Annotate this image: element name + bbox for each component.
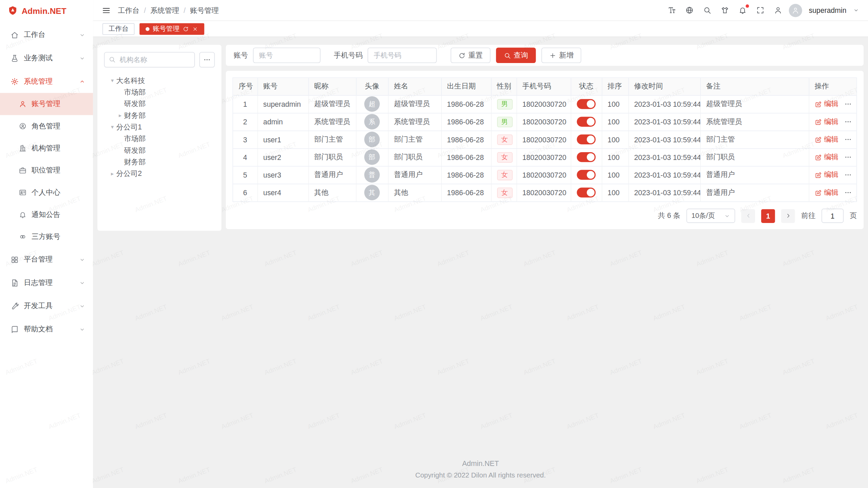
right-column: 账号 手机号码 重置 查询 新增 序号账号昵称头像姓名出生日期性别手机号码状态排… <box>226 45 864 229</box>
fullscreen-button[interactable] <box>756 6 764 14</box>
status-toggle[interactable] <box>577 152 596 162</box>
query-button[interactable]: 查询 <box>496 47 536 63</box>
username[interactable]: superadmin <box>809 6 846 14</box>
tree-caret-right[interactable]: ▸ <box>108 171 116 176</box>
add-button[interactable]: 新增 <box>541 47 581 63</box>
tab-active[interactable]: 账号管理 <box>139 23 204 35</box>
sidebar-subitem[interactable]: 角色管理 <box>0 115 93 137</box>
tree-node-label: 分公司1 <box>116 122 142 132</box>
column-header: 操作 <box>809 78 856 95</box>
tab[interactable]: 工作台 <box>102 23 135 35</box>
phone-filter-input[interactable] <box>368 47 437 63</box>
bell-button[interactable] <box>738 6 747 14</box>
breadcrumb-item[interactable]: 工作台 <box>118 5 140 15</box>
sidebar-subitem[interactable]: 职位管理 <box>0 159 93 181</box>
tree-node[interactable]: 市场部 <box>104 133 215 144</box>
tree-node[interactable]: 财务部 <box>104 156 215 167</box>
cell-remark: 超级管理员 <box>700 95 809 113</box>
cell-phone: 18020030720 <box>516 148 571 166</box>
more-actions-button[interactable] <box>844 189 852 197</box>
table-row[interactable]: 1superadmin超级管理员超超级管理员1986-06-28男1802003… <box>233 95 856 113</box>
status-toggle[interactable] <box>577 135 596 144</box>
edit-button[interactable]: 编辑 <box>814 188 838 198</box>
next-page-button[interactable] <box>781 209 795 223</box>
sidebar-item[interactable]: 开发工具 <box>0 294 93 318</box>
status-toggle[interactable] <box>577 99 596 109</box>
tree-node[interactable]: ▸财务部 <box>104 109 215 121</box>
org-search-input[interactable] <box>104 52 195 67</box>
sidebar-subitem[interactable]: 个人中心 <box>0 182 93 204</box>
sidebar-item[interactable]: 日志管理 <box>0 271 93 294</box>
sidebar-item[interactable]: 工作台 <box>0 23 93 47</box>
tree-node[interactable]: ▾大名科技 <box>104 75 215 86</box>
column-header: 排序 <box>602 78 628 95</box>
status-toggle[interactable] <box>577 117 596 126</box>
edit-button[interactable]: 编辑 <box>814 135 838 144</box>
dots-icon <box>844 118 852 126</box>
column-header: 性别 <box>491 78 516 95</box>
tree-node[interactable]: ▸分公司2 <box>104 168 215 179</box>
tree-node[interactable]: 市场部 <box>104 86 215 98</box>
user-menu-chevron[interactable] <box>853 7 859 13</box>
account-filter-input[interactable] <box>253 47 320 63</box>
add-label: 新增 <box>559 50 573 60</box>
reset-button[interactable]: 重置 <box>451 47 491 63</box>
more-actions-button[interactable] <box>844 171 852 179</box>
edit-button[interactable]: 编辑 <box>814 170 838 180</box>
sidebar-item[interactable]: 平台管理 <box>0 248 93 271</box>
tab-refresh-button[interactable] <box>183 26 189 32</box>
edit-icon <box>814 171 822 178</box>
close-icon <box>192 26 198 32</box>
cell-gender: 男 <box>491 95 516 113</box>
edit-button[interactable]: 编辑 <box>814 152 838 162</box>
user-avatar[interactable] <box>789 4 802 17</box>
org-search <box>104 52 195 67</box>
tree-node[interactable]: 研发部 <box>104 144 215 156</box>
breadcrumb-item[interactable]: 账号管理 <box>190 5 219 15</box>
theme-button[interactable] <box>721 6 729 14</box>
tree-caret-down[interactable]: ▾ <box>108 124 116 130</box>
sidebar-item[interactable]: 帮助文档 <box>0 318 93 341</box>
sidebar-subitem[interactable]: 账号管理 <box>0 93 93 115</box>
sidebar-item[interactable]: 系统管理 <box>0 70 93 93</box>
table-row[interactable]: 5user3普通用户普普通用户1986-06-28女18020030720100… <box>233 166 856 184</box>
tree-caret-right[interactable]: ▸ <box>116 113 124 118</box>
avatar: 其 <box>364 185 380 201</box>
tree-node-label: 研发部 <box>124 145 146 155</box>
status-toggle[interactable] <box>577 170 596 180</box>
sidebar-subitem[interactable]: 三方账号 <box>0 226 93 248</box>
tree-node[interactable]: 研发部 <box>104 98 215 109</box>
font-size-button[interactable] <box>668 6 676 14</box>
sidebar-item[interactable]: 业务测试 <box>0 46 93 70</box>
goto-page-input[interactable] <box>822 209 844 223</box>
edit-button[interactable]: 编辑 <box>814 99 838 109</box>
table-row[interactable]: 6user4其他其其他1986-06-28女180200307201002023… <box>233 184 856 201</box>
cell-remark: 普通用户 <box>700 184 809 201</box>
tree-caret-down[interactable]: ▾ <box>108 78 116 83</box>
tab-close-button[interactable] <box>192 26 198 32</box>
org-more-button[interactable] <box>199 52 215 67</box>
more-actions-button[interactable] <box>844 100 852 108</box>
search-button[interactable] <box>703 6 711 14</box>
breadcrumb-item[interactable]: 系统管理 <box>150 5 179 15</box>
page-number-current[interactable]: 1 <box>761 209 775 223</box>
sidebar-subitem[interactable]: 机构管理 <box>0 137 93 159</box>
table-row[interactable]: 3user1部门主管部部门主管1986-06-28女18020030720100… <box>233 130 856 148</box>
sidebar-subitem[interactable]: 通知公告 <box>0 204 93 226</box>
prev-page-button[interactable] <box>741 209 755 223</box>
globe-button[interactable] <box>685 6 693 14</box>
status-toggle[interactable] <box>577 188 596 198</box>
edit-button[interactable]: 编辑 <box>814 117 838 126</box>
tree-node-label: 研发部 <box>124 99 146 108</box>
edit-label: 编辑 <box>824 99 838 109</box>
more-actions-button[interactable] <box>844 136 852 143</box>
tree-node[interactable]: ▾分公司1 <box>104 121 215 133</box>
table-row[interactable]: 2admin系统管理员系系统管理员1986-06-28男180200307201… <box>233 113 856 130</box>
table-row[interactable]: 4user2部门职员部部门职员1986-06-28女18020030720100… <box>233 148 856 166</box>
hamburger-menu-button[interactable] <box>102 6 111 15</box>
more-actions-button[interactable] <box>844 118 852 126</box>
user-outline-button[interactable] <box>774 6 782 14</box>
page-size-select[interactable]: 10条/页 <box>686 209 735 223</box>
more-actions-button[interactable] <box>844 153 852 161</box>
filter-bar: 账号 手机号码 重置 查询 新增 <box>226 45 864 66</box>
